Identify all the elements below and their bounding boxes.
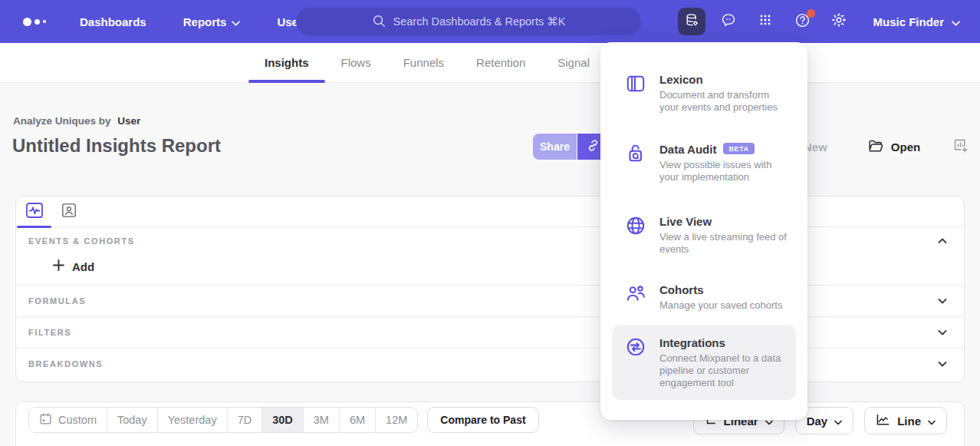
section-breakdowns[interactable]: BREAKDOWNS	[16, 348, 964, 379]
chart-type-dropdown[interactable]: Line	[864, 407, 947, 434]
grid-dots-icon	[758, 12, 773, 31]
chevron-down-icon	[834, 415, 842, 428]
date-range-segmented-control: Custom Today Yesterday 7D 30D 3M 6M 12M	[28, 407, 418, 433]
nav-reports[interactable]: Reports	[174, 0, 250, 43]
notification-badge	[807, 9, 815, 18]
range-6m[interactable]: 6M	[340, 408, 376, 432]
menu-item-title: Lexicon	[659, 73, 787, 86]
open-label: Open	[891, 140, 920, 154]
menu-item-desc: View a live streaming feed of events	[659, 231, 787, 256]
menu-item-data-audit[interactable]: Data AuditBETA View possible issues with…	[612, 132, 796, 194]
page-title[interactable]: Untitled Insights Report	[12, 135, 221, 157]
tab-retention[interactable]: Retention	[460, 43, 541, 82]
gear-icon	[830, 12, 847, 31]
project-name: Music Finder	[873, 15, 944, 28]
range-label: Today	[117, 414, 147, 426]
tab-signal[interactable]: Signal	[541, 43, 606, 82]
database-gear-icon	[684, 12, 700, 31]
open-report-button[interactable]: Open	[867, 137, 920, 157]
menu-item-live-view[interactable]: Live View View a live streaming feed of …	[612, 204, 796, 266]
range-label: Custom	[58, 414, 97, 426]
range-30d[interactable]: 30D	[262, 408, 304, 432]
add-event-button[interactable]: Add	[16, 249, 964, 285]
mixpanel-logo-icon[interactable]	[23, 18, 54, 26]
nav-dashboards[interactable]: Dashboards	[71, 0, 156, 43]
data-management-button[interactable]	[678, 8, 705, 35]
section-label: FORMULAS	[28, 296, 86, 306]
report-actions: New Open	[797, 134, 980, 160]
data-management-menu: Lexicon Document and transform your even…	[600, 42, 807, 420]
line-chart-icon	[876, 413, 890, 428]
add-label: Add	[72, 260, 94, 273]
menu-item-cohorts[interactable]: Cohorts Manage your saved cohorts	[612, 273, 796, 322]
section-label: BREAKDOWNS	[28, 359, 103, 368]
section-formulas[interactable]: FORMULAS	[16, 285, 964, 316]
range-label: 30D	[272, 414, 293, 426]
range-label: 3M	[314, 414, 329, 426]
tab-funnels[interactable]: Funnels	[387, 43, 460, 82]
query-panel-tabs	[16, 197, 964, 227]
section-label: FILTERS	[28, 328, 71, 337]
menu-item-title: Cohorts	[659, 283, 782, 296]
search-input[interactable]: Search Dashboards & Reports ⌘K	[296, 8, 641, 35]
chevron-down-icon	[938, 298, 947, 304]
tab-insights[interactable]: Insights	[248, 43, 325, 82]
range-7d[interactable]: 7D	[228, 408, 263, 432]
folder-icon	[867, 137, 884, 157]
cohorts-people-icon	[624, 283, 647, 312]
range-label: 12M	[386, 414, 407, 426]
menu-item-desc: Connect Mixpanel to a data pipeline or c…	[659, 352, 787, 389]
chart-plus-icon	[952, 137, 968, 157]
section-filters[interactable]: FILTERS	[16, 316, 964, 348]
person-icon	[61, 202, 77, 222]
interval-label: Day	[807, 415, 828, 428]
share-button-group: Share	[533, 134, 609, 160]
analyze-prefix: Analyze Uniques by	[13, 115, 111, 127]
menu-item-lexicon[interactable]: Lexicon Document and transform your even…	[612, 62, 796, 124]
help-button[interactable]	[788, 8, 816, 35]
share-button[interactable]: Share	[533, 134, 577, 160]
range-label: Yesterday	[168, 414, 217, 426]
analyze-entity-selector[interactable]: User	[117, 115, 140, 127]
menu-item-integrations[interactable]: Integrations Connect Mixpanel to a data …	[612, 325, 796, 400]
analyze-line: Analyze Uniques by User	[13, 115, 140, 127]
add-to-dashboard-button[interactable]	[952, 137, 968, 157]
range-today[interactable]: Today	[107, 408, 158, 432]
chevron-up-icon	[938, 238, 947, 244]
menu-item-desc: View possible issues with your implement…	[659, 159, 787, 183]
chevron-down-icon	[938, 361, 947, 367]
messages-button[interactable]	[715, 8, 742, 35]
search-icon	[372, 14, 386, 30]
range-3m[interactable]: 3M	[304, 408, 340, 432]
range-custom[interactable]: Custom	[29, 408, 107, 432]
project-selector[interactable]: Music Finder	[873, 15, 960, 28]
globe-icon	[624, 215, 647, 256]
range-label: 6M	[350, 414, 365, 426]
tab-metrics-chart[interactable]	[17, 197, 51, 227]
menu-item-title: Live View	[659, 215, 787, 228]
tab-flows[interactable]: Flows	[325, 43, 387, 82]
chat-bubble-icon	[720, 12, 737, 31]
section-events-cohorts[interactable]: EVENTS & COHORTS	[16, 227, 964, 249]
calendar-icon	[39, 412, 52, 428]
range-label: 7D	[238, 414, 252, 426]
tab-user-profiles[interactable]	[51, 197, 86, 227]
pulse-chart-icon	[25, 202, 44, 222]
nav-dashboards-label: Dashboards	[80, 15, 146, 28]
compare-to-past-button[interactable]: Compare to Past	[427, 407, 538, 433]
top-navbar: Dashboards Reports Users Search Dashboar…	[0, 0, 980, 43]
range-12m[interactable]: 12M	[376, 408, 417, 432]
section-label: EVENTS & COHORTS	[28, 236, 135, 246]
settings-button[interactable]	[825, 8, 853, 35]
link-icon	[586, 138, 600, 155]
chart-type-label: Line	[897, 415, 921, 428]
chevron-down-icon	[928, 415, 936, 428]
query-builder-panel: EVENTS & COHORTS Add FORMULAS FILTERS BR…	[15, 196, 965, 382]
range-yesterday[interactable]: Yesterday	[158, 408, 228, 432]
report-tabbar: Insights Flows Funnels Retention Signal …	[0, 43, 980, 83]
navbar-right: Music Finder	[678, 0, 980, 43]
nav-reports-label: Reports	[183, 15, 227, 28]
menu-item-desc: Manage your saved cohorts	[659, 299, 782, 312]
apps-grid-button[interactable]	[751, 8, 779, 35]
menu-item-title: Data AuditBETA	[659, 143, 787, 156]
